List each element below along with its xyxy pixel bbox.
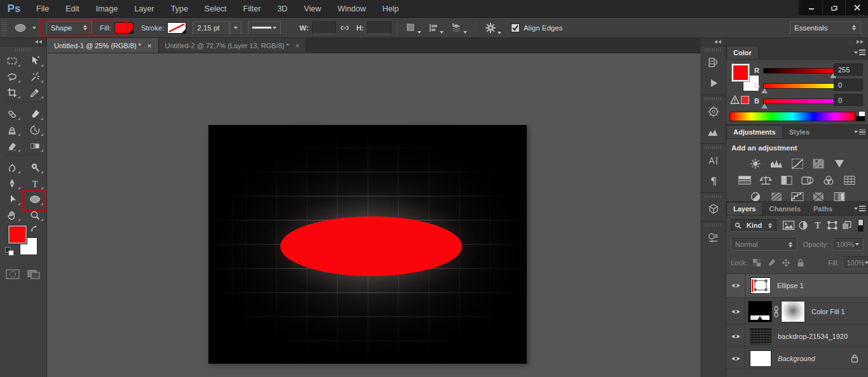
lock-all-button[interactable]	[796, 258, 805, 267]
green-slider-handle[interactable]	[761, 88, 768, 93]
layer-row-background[interactable]: Background	[726, 348, 868, 369]
lasso-tool[interactable]	[3, 69, 22, 84]
hue-saturation-icon[interactable]	[737, 175, 752, 186]
crop-tool[interactable]	[3, 84, 22, 100]
tab-styles[interactable]: Styles	[783, 126, 816, 138]
lock-pixels-button[interactable]	[767, 258, 776, 267]
path-arrangement-button[interactable]	[450, 22, 467, 34]
options-bar-grip[interactable]	[1, 20, 7, 36]
fill-opacity-field[interactable]: 100%	[842, 256, 868, 269]
green-slider-track[interactable]	[763, 83, 834, 89]
curves-icon[interactable]	[790, 158, 805, 169]
stroke-width-field[interactable]: 2,15 pt	[193, 21, 229, 35]
properties-panel-button[interactable]	[700, 228, 726, 248]
blend-mode-select[interactable]: Normal	[731, 238, 797, 251]
character-panel-button[interactable]: A	[700, 150, 726, 171]
menu-3d[interactable]: 3D	[269, 0, 295, 18]
tab-channels[interactable]: Channels	[763, 202, 807, 215]
layer-thumbnail-white[interactable]	[750, 350, 771, 367]
stroke-style-select[interactable]	[248, 21, 281, 35]
stroke-swatch[interactable]	[167, 22, 186, 34]
color-lookup-icon[interactable]	[842, 175, 857, 186]
menu-file[interactable]: File	[28, 0, 57, 18]
color-spectrum-ramp[interactable]	[729, 112, 855, 121]
menu-edit[interactable]: Edit	[57, 0, 88, 18]
restore-button[interactable]	[822, 0, 845, 15]
paragraph-panel-button[interactable]: ¶	[700, 171, 726, 191]
move-tool[interactable]	[25, 53, 44, 69]
align-edges-checkbox[interactable]	[511, 23, 520, 32]
menu-window[interactable]: Window	[329, 0, 374, 18]
navigator-panel-button[interactable]	[700, 102, 726, 122]
geometry-options-button[interactable]	[484, 22, 501, 34]
brush-tool[interactable]	[25, 106, 44, 122]
filter-shape-layers-icon[interactable]	[826, 220, 839, 231]
gamut-warning-icon[interactable]	[730, 95, 740, 104]
tab-close-icon[interactable]: ×	[146, 42, 153, 50]
visibility-toggle[interactable]	[726, 298, 745, 324]
eraser-tool[interactable]	[3, 138, 22, 154]
channel-mixer-icon[interactable]	[821, 175, 836, 186]
tab-paths[interactable]: Paths	[807, 202, 839, 215]
foreground-color-thumb[interactable]	[732, 64, 749, 81]
menu-help[interactable]: Help	[374, 0, 407, 18]
visibility-toggle[interactable]	[726, 326, 745, 347]
3d-panel-button[interactable]	[700, 199, 726, 220]
menu-image[interactable]: Image	[88, 0, 126, 18]
menu-filter[interactable]: Filter	[235, 0, 269, 18]
filter-adjustment-layers-icon[interactable]	[796, 220, 810, 231]
hand-tool[interactable]	[3, 207, 22, 223]
tab-untitled-2[interactable]: Untitled-2 @ 72,7% (Layer 13, RGB/8) * ×	[159, 38, 307, 53]
tab-untitled-1[interactable]: Untitled-1 @ 25% (RGB/8) * ×	[48, 38, 159, 53]
foreground-color-swatch[interactable]	[8, 225, 27, 244]
menu-view[interactable]: View	[295, 0, 329, 18]
black-white-icon[interactable]	[779, 175, 794, 186]
workspace-switcher[interactable]: Essentials	[790, 21, 861, 35]
tab-color[interactable]: Color	[726, 46, 759, 59]
opacity-field[interactable]: 100%	[832, 238, 864, 251]
fill-swatch[interactable]	[114, 22, 133, 34]
vibrance-icon[interactable]	[832, 158, 847, 169]
path-alignment-button[interactable]	[428, 22, 444, 34]
blue-value-field[interactable]: 0	[834, 94, 863, 106]
shape-mode-select[interactable]: Shape	[46, 21, 92, 35]
red-ellipse-shape[interactable]	[280, 216, 462, 276]
visibility-toggle[interactable]	[726, 274, 745, 297]
swap-colors-icon[interactable]	[29, 224, 41, 234]
blue-slider-handle[interactable]	[761, 103, 768, 109]
menu-type[interactable]: Type	[163, 0, 196, 18]
eyedropper-tool[interactable]	[25, 84, 44, 100]
filter-smart-objects-icon[interactable]	[841, 220, 854, 231]
healing-brush-tool[interactable]	[3, 106, 22, 122]
exposure-icon[interactable]	[811, 158, 826, 169]
history-brush-tool[interactable]	[25, 122, 44, 138]
filter-kind-select[interactable]: Kind	[731, 219, 776, 232]
green-value-field[interactable]: 0	[834, 79, 863, 91]
blue-slider-track[interactable]	[763, 98, 834, 104]
histogram-panel-button[interactable]	[700, 122, 726, 142]
pen-tool[interactable]	[3, 175, 22, 191]
filtering-toggle[interactable]	[858, 219, 864, 232]
document-canvas[interactable]	[208, 125, 527, 364]
quick-mask-button[interactable]	[5, 268, 20, 280]
clone-stamp-tool[interactable]	[3, 122, 22, 138]
red-value-field[interactable]: 255	[834, 63, 863, 76]
tab-close-icon[interactable]: ×	[294, 42, 301, 50]
stroke-width-caret-button[interactable]	[230, 21, 241, 35]
panel-menu-icon[interactable]	[854, 205, 865, 213]
red-slider-track[interactable]	[763, 68, 834, 74]
ellipse-tool[interactable]	[25, 191, 44, 207]
minimize-button[interactable]	[799, 0, 822, 15]
screen-mode-button[interactable]	[26, 268, 41, 280]
type-tool[interactable]: T	[25, 175, 44, 191]
shape-height-input[interactable]	[367, 22, 391, 34]
visibility-toggle[interactable]	[726, 348, 745, 369]
layer-row-backdrop[interactable]: backdrop-21534_1920	[726, 326, 868, 347]
close-button[interactable]	[845, 0, 868, 15]
tool-preset-picker[interactable]	[13, 23, 36, 33]
path-selection-tool[interactable]	[3, 191, 22, 207]
shape-width-input[interactable]	[312, 22, 336, 34]
canvas-pasteboard[interactable]	[48, 53, 700, 377]
layer-mask-thumbnail[interactable]	[781, 301, 805, 322]
lock-transparency-button[interactable]	[752, 258, 761, 267]
